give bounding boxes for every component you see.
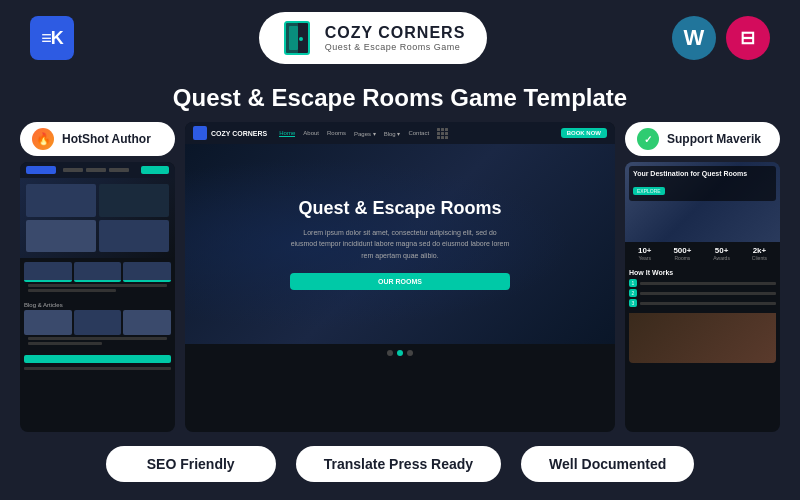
stat-label-clients: Clients <box>752 255 767 261</box>
grid-dot <box>445 132 448 135</box>
carousel-dot-3 <box>407 350 413 356</box>
center-nav-book-btn[interactable]: BOOK NOW <box>561 128 607 138</box>
preview-img-1 <box>26 184 96 217</box>
step-line-3 <box>640 302 776 305</box>
center-hero-text: Lorem ipsum dolor sit amet, consectetur … <box>290 227 510 261</box>
grid-dot <box>441 136 444 139</box>
step-dot-2: 2 <box>629 289 637 297</box>
preview-nav-item <box>109 168 129 172</box>
preview-cards-section <box>20 258 175 298</box>
nav-item-blog: Blog ▾ <box>384 130 401 137</box>
how-step-1: 1 <box>629 279 776 287</box>
how-step-2: 2 <box>629 289 776 297</box>
preview-card-2 <box>74 262 122 282</box>
center-panel: COZY CORNERS Home About Rooms Pages ▾ Bl… <box>185 122 615 432</box>
how-it-works-section: How It Works 1 2 3 <box>625 265 780 313</box>
preview-nav-btn <box>141 166 169 174</box>
grid-dot <box>437 136 440 139</box>
grid-dot <box>437 132 440 135</box>
carousel-dot-1 <box>387 350 393 356</box>
platform-icons: W ⊟ <box>672 16 770 60</box>
support-icon: ✓ <box>637 128 659 150</box>
center-hero: Quest & Escape Rooms Lorem ipsum dolor s… <box>185 144 615 344</box>
preview-line-2 <box>28 289 116 292</box>
brand-text: COZY CORNERS Quest & Escape Rooms Game <box>325 24 466 52</box>
nav-item-pages: Pages ▾ <box>354 130 376 137</box>
right-hero-cta: EXPLORE <box>633 187 665 195</box>
center-nav-items: Home About Rooms Pages ▾ Blog ▾ Contact <box>279 130 429 137</box>
how-step-3: 3 <box>629 299 776 307</box>
right-preview-hero: Your Destination for Quest Rooms EXPLORE <box>625 162 780 242</box>
blog-section-title: Blog & Articles <box>24 302 171 308</box>
left-preview: Blog & Articles <box>20 162 175 432</box>
step-dot-3: 3 <box>629 299 637 307</box>
preview-hero <box>20 178 175 258</box>
preview-card-1 <box>24 262 72 282</box>
blog-row-1 <box>24 310 171 335</box>
right-hero-overlay: Your Destination for Quest Rooms EXPLORE <box>629 166 776 201</box>
wordpress-icon: W <box>672 16 716 60</box>
center-nav: COZY CORNERS Home About Rooms Pages ▾ Bl… <box>185 122 615 144</box>
preview-row-1 <box>24 262 171 282</box>
step-line-1 <box>640 282 776 285</box>
grid-dot <box>441 132 444 135</box>
svg-point-3 <box>299 37 303 41</box>
center-nav-logo-box <box>193 126 207 140</box>
stat-num-clients: 2k+ <box>752 246 767 255</box>
center-nav-logo: COZY CORNERS <box>193 126 267 140</box>
stat-num-years: 10+ <box>638 246 652 255</box>
preview-card-3 <box>123 262 171 282</box>
grid-dot <box>441 128 444 131</box>
translate-badge: Translate Press Ready <box>296 446 501 482</box>
blog-line-2 <box>28 342 102 345</box>
content-area: 🔥 HotShot Author <box>0 122 800 432</box>
stat-rooms: 500+ Rooms <box>673 246 691 261</box>
center-carousel-dots <box>185 344 615 362</box>
preview-teal-bar <box>24 355 171 363</box>
right-stats: 10+ Years 500+ Rooms 50+ Awards 2k+ Clie… <box>625 242 780 265</box>
ek-logo: ≡K <box>30 16 74 60</box>
stat-years: 10+ Years <box>638 246 652 261</box>
stat-num-rooms: 500+ <box>673 246 691 255</box>
hotshot-badge: 🔥 HotShot Author <box>20 122 175 156</box>
blog-line-1 <box>28 337 167 340</box>
blog-section: Blog & Articles <box>20 298 175 351</box>
step-dot-1: 1 <box>629 279 637 287</box>
grid-dot <box>445 128 448 131</box>
center-hero-content: Quest & Escape Rooms Lorem ipsum dolor s… <box>290 198 510 290</box>
brand-logo: COZY CORNERS Quest & Escape Rooms Game <box>259 12 488 64</box>
blog-img-1 <box>24 310 72 335</box>
blog-img-2 <box>74 310 122 335</box>
preview-line-1 <box>28 284 167 287</box>
stat-clients: 2k+ Clients <box>752 246 767 261</box>
right-preview-bottom-img <box>629 313 776 363</box>
right-preview: Your Destination for Quest Rooms EXPLORE… <box>625 162 780 432</box>
seo-badge: SEO Friendly <box>106 446 276 482</box>
preview-hero-grid <box>26 184 169 252</box>
nav-item-rooms: Rooms <box>327 130 346 137</box>
preview-nav-items <box>63 168 129 172</box>
hotshot-icon: 🔥 <box>32 128 54 150</box>
stat-label-rooms: Rooms <box>673 255 691 261</box>
right-panel: ✓ Support Maverik Your Destination for Q… <box>625 122 780 432</box>
nav-item-home: Home <box>279 130 295 137</box>
page-title: Quest & Escape Rooms Game Template <box>0 76 800 122</box>
preview-nav <box>20 162 175 178</box>
center-hero-btn[interactable]: OUR ROOMS <box>290 273 510 290</box>
nav-item-contact: Contact <box>408 130 429 137</box>
door-icon <box>281 20 313 56</box>
preview-img-2 <box>99 184 169 217</box>
preview-nav-logo <box>26 166 56 174</box>
stat-label-awards: Awards <box>713 255 730 261</box>
stat-awards: 50+ Awards <box>713 246 730 261</box>
center-hero-title: Quest & Escape Rooms <box>290 198 510 219</box>
documented-badge: Well Documented <box>521 446 694 482</box>
preview-img-3 <box>26 220 96 253</box>
nav-item-about: About <box>303 130 319 137</box>
bottom-badges: SEO Friendly Translate Press Ready Well … <box>0 432 800 496</box>
blog-img-3 <box>123 310 171 335</box>
elementor-icon: ⊟ <box>726 16 770 60</box>
preview-nav-item <box>86 168 106 172</box>
top-bar: ≡K COZY CORNERS Quest & Escape Rooms Gam… <box>0 0 800 76</box>
step-line-2 <box>640 292 776 295</box>
